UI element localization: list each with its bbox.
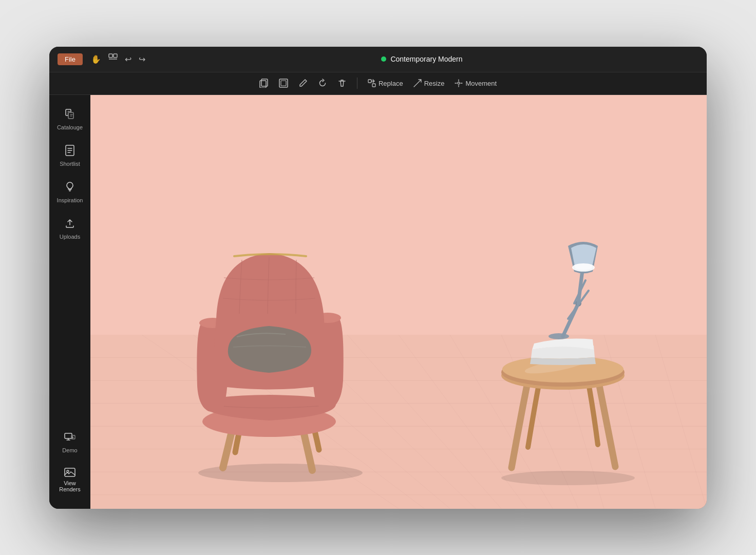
- title-bar: File ✋ ↩ ↪ Contemporary Modern: [49, 47, 707, 72]
- sidebar-item-uploads[interactable]: Uploads: [52, 213, 87, 245]
- svg-rect-6: [368, 80, 371, 83]
- title-bar-tools: ✋ ↩ ↪: [91, 53, 145, 65]
- status-indicator: [381, 56, 386, 62]
- shortlist-icon: [65, 145, 75, 159]
- svg-rect-1: [114, 54, 117, 58]
- replace-button[interactable]: Replace: [368, 79, 403, 87]
- sidebar-item-demo[interactable]: Demo: [52, 426, 87, 458]
- movement-button[interactable]: Movement: [455, 79, 497, 87]
- uploads-label: Uploads: [60, 234, 80, 240]
- sidebar-bottom: Demo ViewRenders: [52, 426, 87, 501]
- catalogue-label: Catalouge: [57, 124, 83, 130]
- view-renders-button[interactable]: ViewRenders: [52, 463, 87, 496]
- svg-rect-10: [68, 112, 73, 119]
- sidebar-item-shortlist[interactable]: Shortlist: [52, 140, 87, 172]
- view-renders-label: ViewRenders: [59, 480, 81, 492]
- project-title: Contemporary Modern: [390, 55, 462, 63]
- title-center: Contemporary Modern: [145, 55, 698, 63]
- undo-icon[interactable]: ↩: [125, 54, 131, 64]
- frame-icon[interactable]: [279, 79, 288, 88]
- demo-label: Demo: [62, 447, 77, 453]
- refresh-icon[interactable]: [318, 79, 327, 88]
- svg-rect-7: [372, 84, 375, 87]
- demo-icon: [64, 431, 75, 445]
- svg-point-8: [458, 82, 460, 84]
- svg-rect-5: [281, 81, 286, 86]
- svg-rect-12: [65, 433, 72, 438]
- sidebar: Catalouge Shortlist In: [49, 95, 90, 509]
- side-table: [460, 201, 676, 488]
- pen-icon[interactable]: [298, 79, 308, 88]
- svg-point-43: [549, 333, 569, 339]
- main-content: Catalouge Shortlist In: [49, 95, 707, 509]
- svg-point-15: [67, 470, 69, 472]
- frame-tool-icon[interactable]: [108, 53, 118, 65]
- svg-point-49: [572, 263, 595, 272]
- armchair: [152, 180, 409, 488]
- toolbar-divider: [357, 78, 357, 89]
- delete-icon[interactable]: [337, 79, 347, 88]
- shortlist-label: Shortlist: [60, 161, 80, 167]
- file-button[interactable]: File: [58, 53, 83, 65]
- sidebar-item-inspiration[interactable]: Inspiration: [52, 176, 87, 208]
- resize-button[interactable]: Resize: [413, 79, 445, 87]
- inspiration-label: Inspiration: [57, 197, 83, 203]
- svg-rect-14: [65, 468, 75, 476]
- hand-tool-icon[interactable]: ✋: [91, 54, 101, 64]
- svg-rect-3: [260, 81, 266, 88]
- toolbar: Replace Resize Movement: [49, 72, 707, 95]
- catalogue-icon: [64, 108, 75, 122]
- app-window: File ✋ ↩ ↪ Contemporary Modern: [49, 47, 707, 509]
- svg-rect-2: [261, 79, 268, 86]
- canvas-area[interactable]: [90, 95, 707, 509]
- sidebar-item-catalogue[interactable]: Catalouge: [52, 103, 87, 136]
- redo-icon[interactable]: ↪: [139, 54, 145, 64]
- inspiration-icon: [65, 181, 75, 195]
- uploads-icon: [65, 218, 75, 232]
- svg-point-38: [501, 471, 635, 485]
- copy-icon[interactable]: [259, 79, 269, 88]
- svg-rect-0: [109, 54, 112, 58]
